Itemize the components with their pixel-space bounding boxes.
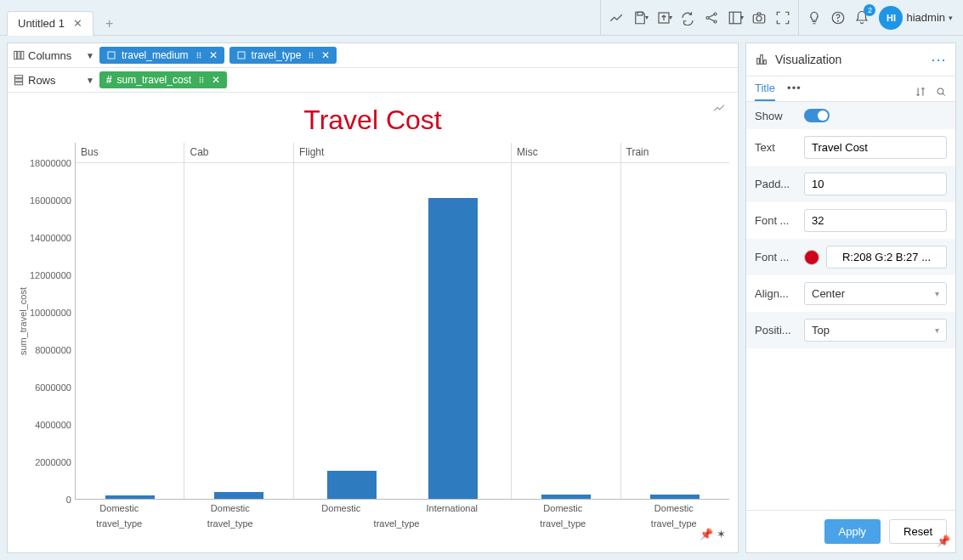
avatar: HI (879, 6, 903, 30)
svg-rect-28 (14, 76, 22, 78)
hint-icon[interactable] (802, 6, 826, 30)
layout-icon[interactable]: ▾ (723, 6, 747, 30)
svg-rect-14 (108, 52, 115, 59)
bar[interactable] (541, 495, 591, 499)
show-toggle[interactable] (804, 109, 830, 122)
search-icon[interactable] (935, 86, 947, 98)
toolbar: ▾ ▾ ▾ 2 HI hiadmin▾ (600, 0, 956, 35)
svg-point-24 (309, 57, 310, 58)
bar[interactable] (327, 471, 377, 499)
sort-icon[interactable] (915, 86, 926, 98)
columns-dropdown[interactable]: ▼ (86, 51, 94, 60)
prop-position-label: Positi... (755, 324, 797, 337)
chart-type-icon[interactable] (604, 6, 628, 30)
notifications-icon[interactable]: 2 (850, 6, 874, 30)
font-color-swatch[interactable] (804, 250, 819, 265)
position-select[interactable]: Top▾ (804, 319, 947, 342)
panel-menu-icon[interactable]: ⋯ (931, 50, 947, 69)
bar[interactable] (650, 495, 700, 500)
svg-point-8 (756, 15, 762, 20)
apply-button[interactable]: Apply (824, 519, 881, 544)
help-icon[interactable] (826, 6, 850, 30)
svg-point-25 (312, 53, 313, 54)
svg-point-19 (200, 55, 201, 56)
tab-more[interactable]: ••• (787, 82, 802, 101)
x-inner-axis-label: travel_type (286, 513, 507, 529)
svg-point-26 (312, 55, 313, 56)
svg-point-18 (200, 53, 201, 54)
columns-label: Columns (28, 49, 71, 62)
x-category-label: International (397, 500, 508, 513)
prop-show-label: Show (755, 110, 797, 122)
svg-point-17 (197, 57, 198, 58)
bar[interactable] (105, 495, 155, 499)
x-inner-axis-label: travel_type (64, 513, 175, 529)
dimension-icon (106, 50, 116, 60)
measure-icon: # (106, 74, 112, 86)
refresh-icon[interactable] (676, 6, 700, 30)
prop-text-label: Text (755, 141, 797, 154)
svg-point-4 (714, 20, 717, 23)
rows-label: Rows (28, 74, 56, 87)
y-axis-ticks: 1800000016000000140000001200000010000000… (30, 143, 76, 500)
chart-plot-area: BusCabFlightMiscTrain (76, 143, 729, 500)
svg-point-22 (309, 53, 310, 54)
drag-handle-icon (306, 50, 316, 60)
panel-title: Visualization (775, 53, 841, 66)
rows-shelf: Rows ▼ # sum_travel_cost ✕ (8, 68, 738, 93)
svg-rect-39 (764, 60, 767, 65)
x-category-label: Domestic (619, 500, 730, 513)
fontcolor-input[interactable] (826, 246, 947, 269)
drag-handle-icon (194, 50, 204, 60)
workspace-tab[interactable]: Untitled 1 ✕ (7, 11, 93, 36)
bar[interactable] (214, 492, 263, 499)
svg-rect-0 (637, 12, 643, 15)
remove-icon[interactable]: ✕ (212, 74, 220, 86)
svg-line-41 (943, 93, 945, 96)
chart-trend-icon[interactable] (712, 101, 726, 117)
title-text-input[interactable] (804, 136, 947, 159)
columns-icon (13, 49, 25, 61)
x-category-label: Domestic (507, 500, 619, 513)
pill-travel-type[interactable]: travel_type ✕ (229, 47, 337, 64)
svg-rect-30 (14, 82, 22, 85)
svg-point-35 (202, 80, 203, 81)
fontsize-input[interactable] (804, 209, 947, 232)
x-category-label: Domestic (64, 500, 175, 513)
svg-point-2 (706, 16, 709, 19)
tab-title[interactable]: Title (755, 82, 775, 101)
fullscreen-icon[interactable] (771, 6, 795, 30)
facet-header: Flight (294, 143, 511, 163)
facet-header: Cab (184, 143, 293, 163)
svg-point-32 (200, 80, 201, 81)
padding-input[interactable] (804, 173, 947, 195)
panel-pin-icon[interactable]: 📌 (937, 535, 950, 547)
prop-align-label: Align... (755, 287, 797, 300)
remove-icon[interactable]: ✕ (209, 49, 218, 61)
svg-rect-12 (18, 51, 20, 59)
settings-icon[interactable]: ✶ (717, 528, 726, 540)
svg-rect-29 (14, 79, 22, 82)
alignment-select[interactable]: Center▾ (804, 282, 947, 305)
pill-travel-medium[interactable]: travel_medium ✕ (99, 47, 224, 64)
share-icon[interactable] (700, 6, 723, 30)
camera-icon[interactable] (747, 6, 771, 30)
x-category-label: Domestic (175, 500, 286, 513)
save-icon[interactable]: ▾ (628, 6, 652, 30)
close-icon[interactable]: ✕ (73, 17, 82, 30)
pin-icon[interactable]: 📌 (700, 528, 713, 540)
workspace-tab-title: Untitled 1 (18, 17, 65, 30)
new-tab-button[interactable]: + (100, 16, 118, 31)
svg-point-16 (197, 55, 198, 56)
svg-point-34 (202, 77, 203, 78)
bar[interactable] (428, 198, 478, 499)
rows-dropdown[interactable]: ▼ (86, 76, 94, 85)
export-icon[interactable]: ▾ (652, 6, 676, 30)
svg-point-27 (312, 57, 313, 58)
user-menu[interactable]: HI hiadmin▾ (879, 6, 953, 30)
prop-padding-label: Padd... (755, 178, 797, 190)
pill-sum-travel-cost[interactable]: # sum_travel_cost ✕ (99, 71, 227, 88)
remove-icon[interactable]: ✕ (321, 49, 330, 61)
svg-point-40 (938, 88, 943, 93)
svg-point-10 (838, 20, 839, 21)
